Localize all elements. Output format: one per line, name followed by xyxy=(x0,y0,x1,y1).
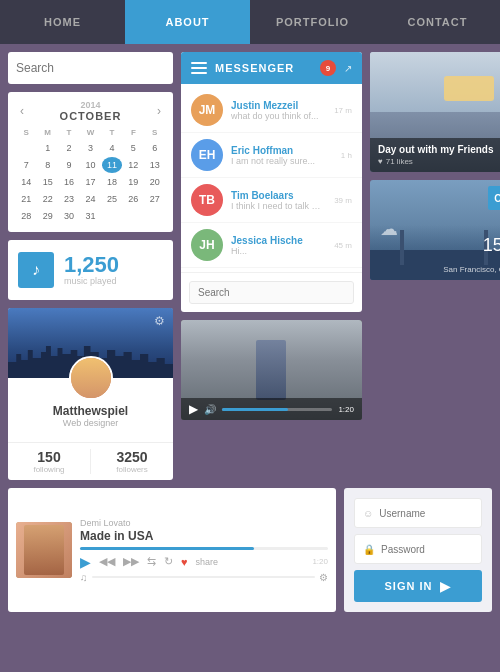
login-panel: ☺ 🔒 SIGN IN ▶ xyxy=(344,488,492,612)
avatar: TB xyxy=(191,184,223,216)
share-button[interactable]: share xyxy=(196,557,219,567)
cal-day-23[interactable]: 23 xyxy=(59,191,79,207)
player-progress-fill xyxy=(80,547,254,550)
password-input[interactable] xyxy=(381,544,473,555)
cal-day-31[interactable]: 31 xyxy=(80,208,100,224)
cal-day-18[interactable]: 18 xyxy=(102,174,122,190)
cal-day-25[interactable]: 25 xyxy=(102,191,122,207)
cal-day-27[interactable]: 27 xyxy=(145,191,165,207)
weather-location: San Francisco, CA xyxy=(443,265,500,274)
volume-bar[interactable] xyxy=(92,576,316,578)
nav-about[interactable]: ABOUT xyxy=(125,0,250,44)
day-name-w: W xyxy=(80,126,100,139)
message-item[interactable]: EH Eric Hoffman I am not really sure... … xyxy=(181,133,362,178)
weather-card: ☁ C° 15° San Francisco, CA xyxy=(370,180,500,280)
cal-day-2[interactable]: 2 xyxy=(59,140,79,156)
notification-badge: 9 xyxy=(320,60,336,76)
nav-contact[interactable]: CONTACT xyxy=(375,0,500,44)
avatar-image xyxy=(71,358,111,398)
cal-empty xyxy=(102,208,122,224)
music-widget: ♪ 1,250 music played xyxy=(8,240,173,300)
cal-day-19[interactable]: 19 xyxy=(123,174,143,190)
cal-day-29[interactable]: 29 xyxy=(37,208,57,224)
temperature-unit-toggle[interactable]: C° xyxy=(488,186,500,210)
profile-body: Matthewspiel Web designer xyxy=(8,356,173,436)
message-item[interactable]: TB Tim Boelaars I think I need to talk w… xyxy=(181,178,362,223)
track-title: Made in USA xyxy=(80,529,328,543)
volume-icon[interactable]: 🔊 xyxy=(204,404,216,415)
cal-day-24[interactable]: 24 xyxy=(80,191,100,207)
calendar-title: 2014 OCTOBER xyxy=(60,100,122,122)
cal-day-21[interactable]: 21 xyxy=(16,191,36,207)
cal-day-5[interactable]: 5 xyxy=(123,140,143,156)
message-time: 1 h xyxy=(341,151,352,160)
calendar-prev[interactable]: ‹ xyxy=(16,104,28,118)
player-progress-area xyxy=(80,547,328,550)
sender-name: Eric Hoffman xyxy=(231,145,333,156)
messenger-search-input[interactable] xyxy=(189,281,354,304)
music-count: 1,250 xyxy=(64,254,163,276)
followers-stat[interactable]: 3250 followers xyxy=(91,443,173,480)
cal-day-8[interactable]: 8 xyxy=(37,157,57,173)
cal-day-16[interactable]: 16 xyxy=(59,174,79,190)
play-button[interactable]: ▶ xyxy=(80,554,91,570)
main-content: 🔍 ‹ 2014 OCTOBER › S M T W T F S xyxy=(0,44,500,488)
cal-day-12[interactable]: 12 xyxy=(123,157,143,173)
profile-name: Matthewspiel xyxy=(53,404,128,418)
volume-control: ♫ ⚙ xyxy=(80,572,328,583)
profile-stats: 150 following 3250 followers xyxy=(8,442,173,480)
prev-button[interactable]: ◀◀ xyxy=(99,555,115,568)
message-item[interactable]: JM Justin Mezzeil what do you think of..… xyxy=(181,88,362,133)
cal-day-10[interactable]: 10 xyxy=(80,157,100,173)
cal-day-1[interactable]: 1 xyxy=(37,140,57,156)
cal-day-17[interactable]: 17 xyxy=(80,174,100,190)
calendar-next[interactable]: › xyxy=(153,104,165,118)
player-controls: ▶ ◀◀ ▶▶ ⇆ ↻ ♥ share xyxy=(80,554,218,570)
cal-day-6[interactable]: 6 xyxy=(145,140,165,156)
settings-icon[interactable]: ⚙ xyxy=(154,314,165,328)
following-stat[interactable]: 150 following xyxy=(8,443,90,480)
cal-day-15[interactable]: 15 xyxy=(37,174,57,190)
message-time: 17 m xyxy=(334,106,352,115)
like-button[interactable]: ♥ xyxy=(181,556,188,568)
artist-name: Demi Lovato xyxy=(80,518,328,528)
play-button[interactable]: ▶ xyxy=(189,402,198,416)
video-controls: ▶ 🔊 1:20 xyxy=(181,398,362,420)
avatar xyxy=(69,356,113,400)
cal-day-4[interactable]: 4 xyxy=(102,140,122,156)
search-input[interactable] xyxy=(8,61,173,75)
sender-name: Jessica Hische xyxy=(231,235,326,246)
cal-day-14[interactable]: 14 xyxy=(16,174,36,190)
message-item[interactable]: JH Jessica Hische Hi... 45 m xyxy=(181,223,362,268)
settings-icon[interactable]: ⚙ xyxy=(319,572,328,583)
hamburger-menu[interactable] xyxy=(191,62,207,74)
search-container: 🔍 xyxy=(8,52,173,84)
nav-portfolio[interactable]: PORTFOLIO xyxy=(250,0,375,44)
avatar: EH xyxy=(191,139,223,171)
nav-home[interactable]: HOME xyxy=(0,0,125,44)
photo-caption: Day out with my Friends ♥ 71 likes xyxy=(370,138,500,172)
cal-day-7[interactable]: 7 xyxy=(16,157,36,173)
middle-column: MESSENGER 9 ↗ JM Justin Mezzeil what do … xyxy=(181,52,362,480)
photo-title: Day out with my Friends xyxy=(378,144,500,155)
following-label: following xyxy=(8,465,90,474)
shuffle-button[interactable]: ⇆ xyxy=(147,555,156,568)
cal-day-20[interactable]: 20 xyxy=(145,174,165,190)
cal-day-30[interactable]: 30 xyxy=(59,208,79,224)
cal-day-28[interactable]: 28 xyxy=(16,208,36,224)
signin-button[interactable]: SIGN IN ▶ xyxy=(354,570,482,602)
calendar-grid: S M T W T F S 1 2 3 4 5 6 7 8 9 10 11 xyxy=(16,126,165,224)
expand-icon[interactable]: ↗ xyxy=(344,63,352,74)
repeat-button[interactable]: ↻ xyxy=(164,555,173,568)
cal-day-9[interactable]: 9 xyxy=(59,157,79,173)
message-body: Jessica Hische Hi... xyxy=(231,235,326,256)
next-button[interactable]: ▶▶ xyxy=(123,555,139,568)
cal-day-3[interactable]: 3 xyxy=(80,140,100,156)
cal-day-26[interactable]: 26 xyxy=(123,191,143,207)
cal-day-22[interactable]: 22 xyxy=(37,191,57,207)
username-input[interactable] xyxy=(379,508,473,519)
player-progress-bar[interactable] xyxy=(80,547,328,550)
cal-day-11[interactable]: 11 xyxy=(102,157,122,173)
cal-day-13[interactable]: 13 xyxy=(145,157,165,173)
video-progress[interactable] xyxy=(222,408,332,411)
